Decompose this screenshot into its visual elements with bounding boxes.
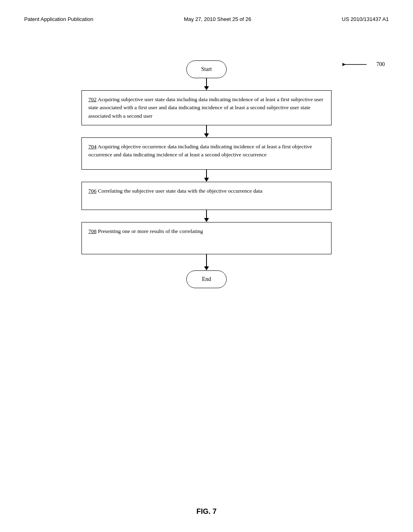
arrow-2 [204,125,209,137]
ref-700-container: 700 [342,60,385,69]
arrow-4 [204,210,209,222]
header-right: US 2010/131437 A1 [342,16,389,22]
step-708-box: 708 Presenting one or more results of th… [81,222,332,254]
ref-700-label: 700 [376,61,385,68]
svg-marker-1 [342,63,346,66]
header-center: May 27, 2010 Sheet 25 of 26 [184,16,251,22]
step-702-box: 702 Acquiring subjective user state data… [81,90,332,125]
header-left: Patent Application Publication [24,16,93,22]
arrow-3 [204,170,209,182]
end-node: End [186,270,227,288]
figure-caption: FIG. 7 [196,507,217,516]
arrow-5 [204,254,209,270]
diagram-area: 700 Start 702 Acquiring subjective user … [24,48,389,500]
arrow-1 [204,78,209,90]
step-704-box: 704 Acquiring objective occurrence data … [81,137,332,170]
flowchart: Start 702 Acquiring subjective user stat… [81,60,332,288]
start-node: Start [186,60,227,78]
ref-700-line-svg [342,60,375,69]
page-header: Patent Application Publication May 27, 2… [24,16,389,22]
page: Patent Application Publication May 27, 2… [0,0,413,532]
step-706-box: 706 Correlating the subjective user stat… [81,182,332,210]
